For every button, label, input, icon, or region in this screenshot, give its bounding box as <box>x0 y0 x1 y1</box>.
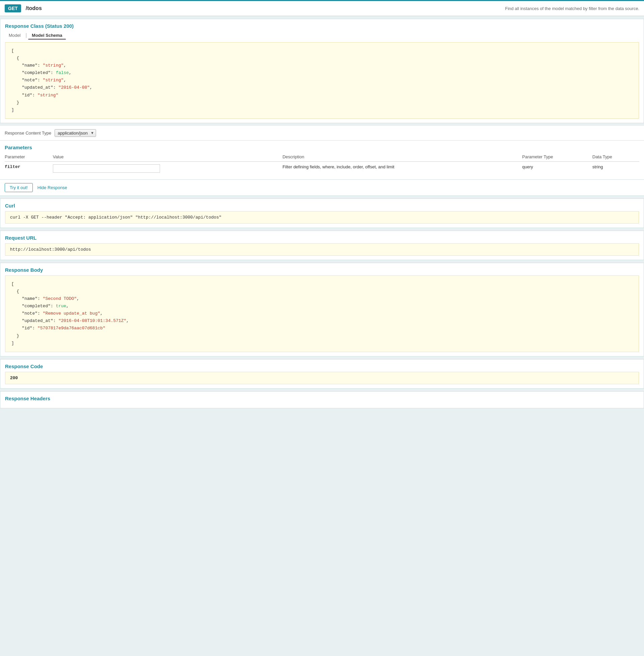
tab-model[interactable]: Model <box>5 31 24 40</box>
request-url-title: Request URL <box>5 235 639 241</box>
curl-title: Curl <box>5 203 639 209</box>
endpoint-path: /todos <box>26 5 42 11</box>
parameters-title: Parameters <box>5 145 639 150</box>
col-description: Description <box>282 153 522 162</box>
schema-code-block: [ { "name": "string", "completed": false… <box>5 42 639 119</box>
col-parameter: Parameter <box>5 153 53 162</box>
parameters-section: Parameters Parameter Value Description P… <box>0 141 644 180</box>
request-url-section: Request URL http://localhost:3000/api/to… <box>0 231 644 260</box>
response-code-title: Response Code <box>5 364 639 369</box>
content-type-row: Response Content Type application/json a… <box>0 126 644 141</box>
endpoint-left: GET /todos <box>5 4 42 13</box>
response-body-code: [ { "name": "Second TODO", "completed": … <box>5 276 639 352</box>
param-data-type: string <box>593 161 639 175</box>
param-description: Filter defining fields, where, include, … <box>282 161 522 175</box>
param-name-filter: filter <box>5 161 53 175</box>
content-type-label: Response Content Type <box>5 131 51 136</box>
hide-response-link[interactable]: Hide Response <box>38 185 67 190</box>
http-method-badge: GET <box>5 4 21 13</box>
param-value-cell <box>53 161 282 175</box>
tab-separator: | <box>24 31 28 40</box>
model-tabs: Model | Model Schema <box>5 31 639 40</box>
parameters-table: Parameter Value Description Parameter Ty… <box>5 153 639 175</box>
table-header-row: Parameter Value Description Parameter Ty… <box>5 153 639 162</box>
response-class-section: Response Class (Status 200) Model | Mode… <box>0 19 644 123</box>
table-row: filter Filter defining fields, where, in… <box>5 161 639 175</box>
col-value: Value <box>53 153 282 162</box>
param-type: query <box>522 161 593 175</box>
endpoint-header: GET /todos Find all instances of the mod… <box>0 0 644 16</box>
endpoint-description: Find all instances of the model matched … <box>505 6 639 11</box>
response-headers-title: Response Headers <box>5 396 639 401</box>
response-headers-section: Response Headers <box>0 391 644 408</box>
response-code-value: 200 <box>5 372 639 384</box>
response-code-section: Response Code 200 <box>0 359 644 389</box>
response-body-section: Response Body [ { "name": "Second TODO",… <box>0 263 644 356</box>
content-type-select[interactable]: application/json application/xml text/pl… <box>54 129 96 137</box>
col-data-type: Data Type <box>593 153 639 162</box>
curl-section: Curl curl -X GET --header "Accept: appli… <box>0 198 644 228</box>
response-body-title: Response Body <box>5 267 639 273</box>
filter-input[interactable] <box>53 164 160 173</box>
response-class-title: Response Class (Status 200) <box>5 23 639 29</box>
request-url-value: http://localhost:3000/api/todos <box>5 243 639 256</box>
content-type-select-wrapper[interactable]: application/json application/xml text/pl… <box>54 129 96 137</box>
try-it-out-button[interactable]: Try it out! <box>5 183 33 192</box>
tab-model-schema[interactable]: Model Schema <box>28 31 66 40</box>
try-it-row: Try it out! Hide Response <box>0 180 644 196</box>
curl-code: curl -X GET --header "Accept: applicatio… <box>5 211 639 224</box>
col-parameter-type: Parameter Type <box>522 153 593 162</box>
